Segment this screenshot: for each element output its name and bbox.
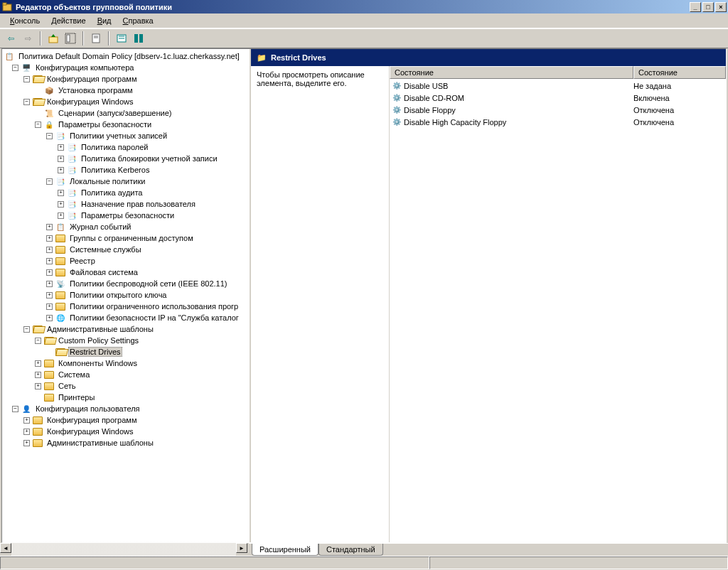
expander-icon[interactable]: + [46, 315, 53, 321]
list-header: Состояние Состояние [390, 66, 726, 79]
tree-local-policies[interactable]: − 📑 Локальные политики [46, 176, 250, 187]
tree-wireless[interactable]: +📡Политики беспроводной сети (IEEE 802.1… [46, 278, 250, 289]
tab-standard[interactable]: Стандартный [318, 544, 383, 556]
expander-icon[interactable]: + [58, 213, 64, 219]
scroll-left-icon[interactable]: ◄ [0, 543, 11, 553]
folder-icon [55, 301, 66, 311]
expander-icon[interactable]: + [46, 247, 53, 253]
expander-icon[interactable]: + [46, 258, 53, 264]
tab-extended[interactable]: Расширенный [252, 544, 318, 556]
menu-console[interactable]: Консоль [4, 15, 46, 26]
menu-view[interactable]: Вид [92, 15, 117, 26]
expander-icon[interactable]: + [46, 235, 53, 242]
scroll-right-icon[interactable]: ► [236, 543, 247, 553]
setting-icon: ⚙️ [391, 118, 402, 126]
tree-lockout-policy[interactable]: +📑Политика блокировки учетной записи [58, 153, 250, 164]
tree-custom-policy[interactable]: − Custom Policy Settings [35, 335, 250, 346]
tree-system[interactable]: +Система [35, 369, 250, 380]
expander-icon[interactable]: − [35, 122, 41, 128]
tree-admin-templates[interactable]: − Административные шаблоны [23, 323, 250, 335]
tree-printers[interactable]: Принтеры [35, 392, 250, 403]
tree-password-policy[interactable]: +📑Политика паролей [58, 141, 250, 153]
expander-icon[interactable]: + [58, 156, 64, 162]
tree-computer-config[interactable]: − 🖥️ Конфигурация компьютера [12, 62, 250, 73]
expander-icon[interactable]: + [46, 269, 53, 276]
refresh-button[interactable] [88, 31, 104, 46]
folder-icon [43, 392, 55, 402]
tree-windows-components[interactable]: +Компоненты Windows [35, 357, 250, 369]
expander-icon[interactable]: − [12, 65, 18, 71]
expander-icon[interactable]: − [23, 326, 30, 333]
expander-icon[interactable]: + [58, 190, 64, 196]
expander-icon[interactable]: − [46, 133, 53, 139]
tree-software-restriction[interactable]: +Политики ограниченного использования пр… [46, 301, 250, 312]
menu-action[interactable]: Действие [46, 15, 91, 26]
expander-icon[interactable]: + [23, 440, 30, 446]
expander-icon[interactable]: + [35, 383, 41, 389]
tree-public-key[interactable]: +Политики открытого ключа [46, 289, 250, 301]
tree-software-config[interactable]: − Конфигурация программ [23, 73, 250, 85]
tree-windows-config[interactable]: − Конфигурация Windows [23, 96, 250, 107]
expander-icon[interactable]: + [46, 292, 53, 299]
expander-icon[interactable]: + [58, 144, 64, 151]
tree-ipsec[interactable]: +🌐Политики безопасности IP на "Служба ка… [46, 312, 250, 323]
show-button[interactable] [63, 31, 78, 46]
setting-icon: ⚙️ [391, 94, 402, 102]
tree-user-software[interactable]: +Конфигурация программ [23, 414, 250, 426]
expander-icon[interactable]: + [58, 201, 64, 208]
forward-button[interactable]: ⇨ [20, 31, 36, 46]
tree-filesystem[interactable]: +Файловая система [46, 267, 250, 278]
content-area: 📋 Политика Default Domain Policy [dbserv… [1, 48, 727, 543]
tree-kerberos-policy[interactable]: +📑Политика Kerberos [58, 164, 250, 176]
expander-icon[interactable]: − [23, 99, 30, 105]
expander-icon[interactable]: + [35, 372, 41, 378]
tree-security-params[interactable]: − 🔒 Параметры безопасности [35, 119, 250, 130]
tree-scripts[interactable]: 📜 Сценарии (запуск/завершение) [35, 107, 250, 119]
expander-icon[interactable]: + [46, 281, 53, 287]
tree-root[interactable]: 📋 Политика Default Domain Policy [dbserv… [4, 50, 250, 62]
column-state[interactable]: Состояние [390, 66, 633, 79]
tree-restrict-drives[interactable]: Restrict Drives [55, 346, 250, 357]
minimize-button[interactable]: _ [690, 2, 701, 12]
tree-registry[interactable]: +Реестр [46, 255, 250, 267]
tree-user-windows[interactable]: +Конфигурация Windows [23, 426, 250, 437]
user-icon: 👤 [21, 404, 32, 414]
expander-icon[interactable]: + [23, 429, 30, 435]
tree-account-policies[interactable]: − 📑 Политики учетных записей [46, 130, 250, 141]
list-item[interactable]: ⚙️ Disable High Capacity Floppy Отключен… [390, 116, 726, 128]
tree-pane[interactable]: 📋 Политика Default Domain Policy [dbserv… [2, 49, 251, 542]
back-button[interactable]: ⇦ [3, 31, 18, 46]
tree-rights-assignment[interactable]: +📑Назначение прав пользователя [58, 198, 250, 210]
list-item[interactable]: ⚙️ Disable CD-ROM Включена [390, 92, 726, 104]
expander-icon[interactable]: − [12, 406, 18, 412]
tree-event-log[interactable]: +📋Журнал событий [46, 221, 250, 232]
expander-icon[interactable]: + [23, 417, 30, 424]
tree-security-options[interactable]: +📑Параметры безопасности [58, 210, 250, 221]
expander-icon[interactable]: − [46, 178, 53, 185]
tree-audit-policy[interactable]: +📑Политика аудита [58, 187, 250, 198]
column-state2[interactable]: Состояние [633, 66, 726, 79]
expander-icon[interactable]: − [23, 76, 30, 82]
maximize-button[interactable]: □ [702, 2, 714, 12]
filter-button[interactable] [114, 31, 129, 46]
menu-help[interactable]: Справка [117, 15, 159, 26]
tree-network[interactable]: +Сеть [35, 380, 250, 392]
list-item[interactable]: ⚙️ Disable USB Не задана [390, 80, 726, 92]
tree-scrollbar[interactable]: ◄ ► [0, 543, 249, 556]
tree-system-services[interactable]: +Системные службы [46, 244, 250, 255]
options-button[interactable] [131, 31, 146, 46]
policy-icon: 📑 [66, 165, 77, 175]
close-button[interactable]: × [715, 2, 727, 12]
tree-user-config[interactable]: − 👤 Конфигурация пользователя [12, 403, 250, 414]
expander-icon[interactable]: + [58, 167, 64, 173]
list-item[interactable]: ⚙️ Disable Floppy Отключена [390, 104, 726, 116]
expander-icon[interactable]: + [46, 303, 53, 310]
up-button[interactable] [46, 31, 61, 46]
folder-icon [32, 415, 43, 425]
tree-user-admin-templates[interactable]: +Административные шаблоны [23, 437, 250, 448]
expander-icon[interactable]: + [46, 224, 53, 230]
tree-restricted-groups[interactable]: +Группы с ограниченным доступом [46, 232, 250, 244]
tree-software-install[interactable]: 📦 Установка программ [43, 85, 250, 96]
expander-icon[interactable]: − [35, 338, 41, 344]
expander-icon[interactable]: + [35, 360, 41, 367]
